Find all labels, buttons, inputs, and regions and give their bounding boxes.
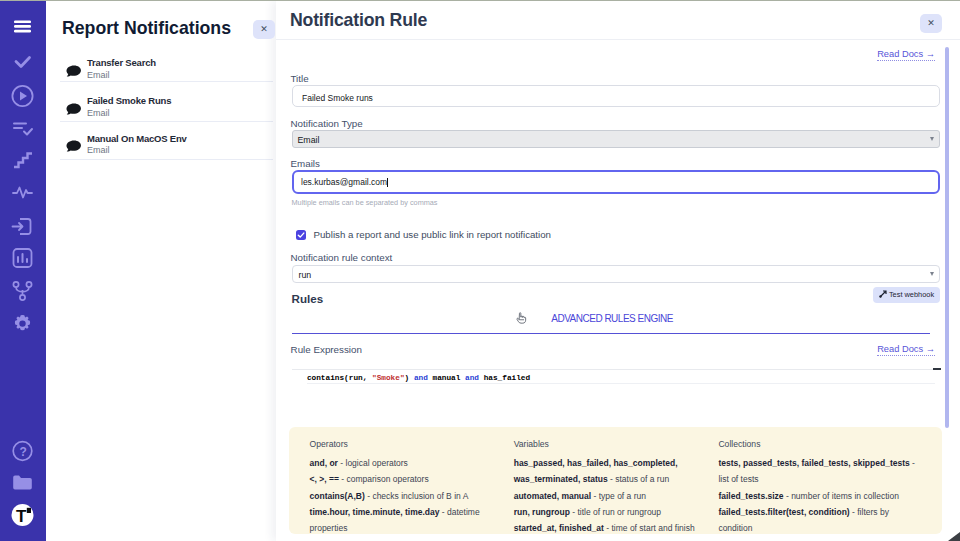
svg-text:?: ? xyxy=(19,445,26,459)
svg-text:T: T xyxy=(16,507,27,526)
